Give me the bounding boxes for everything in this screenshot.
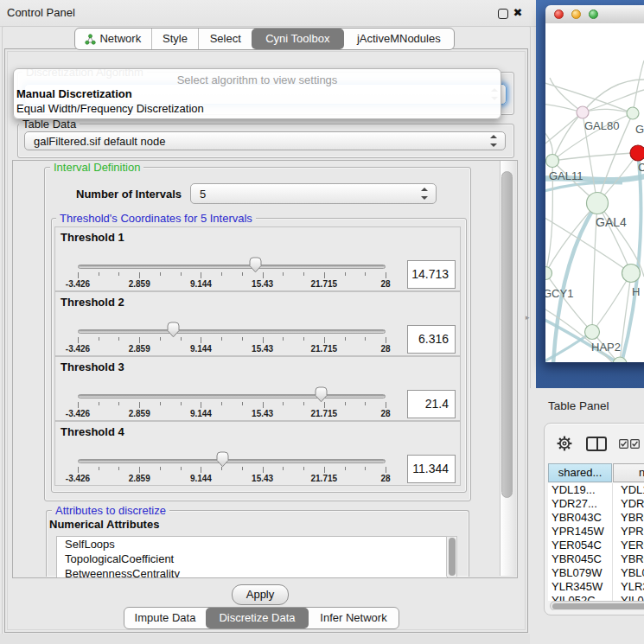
slider-tick xyxy=(263,402,264,408)
slider-tick-label: 15.43 xyxy=(252,344,273,354)
table-row[interactable]: YDL19...YDL1 xyxy=(548,483,644,497)
network-node-pink[interactable] xyxy=(577,106,589,118)
threshold-value-field[interactable]: 21.4 xyxy=(407,390,456,418)
threshold-slider-thumb[interactable] xyxy=(249,257,262,273)
apply-button[interactable]: Apply xyxy=(232,584,289,605)
node-table: shared... n YDL19...YDL1YDR27...YDR2YBR0… xyxy=(548,463,644,610)
tab-label: Discretize Data xyxy=(219,608,295,628)
algorithm-popup-item[interactable]: Equal Width/Frequency Discretization xyxy=(16,102,204,115)
network-canvas[interactable]: GAL80G.CGAL11GAL4GCY1HHAP2 xyxy=(545,23,644,362)
slider-tick xyxy=(242,467,243,470)
checkbox-icon[interactable] xyxy=(630,439,640,449)
tab-infer-network[interactable]: Infer Network xyxy=(309,608,399,628)
horizontal-scrollbar-thumb[interactable] xyxy=(552,603,644,609)
slider-tick xyxy=(242,337,243,341)
zoom-traffic-light-icon[interactable] xyxy=(589,10,598,19)
slider-tick xyxy=(181,402,182,405)
table-data-combo-value: galFiltered.sif default node xyxy=(34,132,165,150)
tab-cyni-toolbox[interactable]: Cyni Toolbox xyxy=(252,29,344,49)
slider-tick xyxy=(118,272,119,276)
vertical-scrollbar-thumb[interactable] xyxy=(501,171,513,498)
table-row[interactable]: YBR045CYBR0 xyxy=(548,552,644,566)
table-row[interactable]: YDR27...YDR2 xyxy=(548,497,644,511)
slider-tick-label: -3.426 xyxy=(66,409,90,418)
tab-select[interactable]: Select xyxy=(199,29,252,49)
tab-impute-data[interactable]: Impute Data xyxy=(124,608,206,628)
tab-discretize-data[interactable]: Discretize Data xyxy=(206,608,309,628)
split-pane-collapse-icon[interactable]: ▸ xyxy=(526,313,532,322)
slider-tick xyxy=(324,337,325,343)
table-row[interactable]: YBL079WYBL0 xyxy=(548,566,644,580)
control-panel: Control Panel ✖ NetworkStyleSelectCyni T… xyxy=(0,0,536,644)
network-node-hnode[interactable] xyxy=(622,265,641,283)
network-node-gal11[interactable] xyxy=(546,155,559,168)
attribute-list-item[interactable]: BetweennessCentrality xyxy=(57,566,447,577)
gear-icon[interactable] xyxy=(557,436,572,451)
network-node-gcy1[interactable] xyxy=(545,267,552,280)
slider-tick-label: 15.43 xyxy=(252,279,273,289)
slider-tick-label: 9.144 xyxy=(190,409,212,418)
threshold-slider-thumb[interactable] xyxy=(315,386,328,403)
slider-tick xyxy=(303,402,304,405)
table-row[interactable]: YER054CYER0 xyxy=(548,539,644,552)
attributes-list-scrollbar-thumb[interactable] xyxy=(449,538,456,576)
combo-arrows-icon xyxy=(490,135,498,147)
attributes-group-title: Attributes to discretize xyxy=(52,504,169,517)
slider-tick xyxy=(303,272,304,276)
threshold-slider-track[interactable] xyxy=(78,329,386,334)
network-window-titlebar[interactable] xyxy=(545,5,644,24)
algorithm-popup-item[interactable]: Manual Discretization xyxy=(16,87,132,100)
table-column-header-name[interactable]: n xyxy=(613,463,644,482)
split-table-icon[interactable] xyxy=(586,437,607,451)
close-traffic-light-icon[interactable] xyxy=(554,10,564,19)
float-window-icon[interactable] xyxy=(498,9,508,19)
minimize-traffic-light-icon[interactable] xyxy=(571,10,581,19)
threshold-label: Threshold 1 xyxy=(61,231,124,244)
slider-tick xyxy=(242,272,243,276)
attribute-list-item[interactable]: SelfLoops xyxy=(57,537,447,552)
attributes-list-scrollbar[interactable] xyxy=(446,536,457,577)
column-divider xyxy=(612,483,613,601)
table-cell-name: YDR2 xyxy=(621,497,644,511)
network-node-gal4[interactable] xyxy=(587,193,609,214)
tab-label: Infer Network xyxy=(320,608,386,628)
network-view-window[interactable]: GAL80G.CGAL11GAL4GCY1HHAP2 xyxy=(545,5,644,362)
threshold-slider-thumb[interactable] xyxy=(216,451,229,468)
table-cell-shared-name: YER054C xyxy=(552,539,602,552)
threshold-value-field[interactable]: 11.344 xyxy=(407,455,456,483)
table-cell-shared-name: YBR045C xyxy=(552,552,602,566)
horizontal-scrollbar[interactable] xyxy=(550,601,644,610)
tab-jactivemnodules[interactable]: jActiveMNodules xyxy=(344,29,454,49)
network-node-hap2[interactable] xyxy=(585,325,600,340)
checkbox-icon[interactable] xyxy=(619,439,628,449)
slider-tick-label: 2.859 xyxy=(129,409,150,418)
network-node-label: GAL11 xyxy=(549,169,583,182)
table-row[interactable]: YLR345WYLR3 xyxy=(548,580,644,594)
threshold-slider-track[interactable] xyxy=(78,265,386,269)
threshold-value-field[interactable]: 14.713 xyxy=(407,260,456,289)
table-data-combobox[interactable]: galFiltered.sif default node xyxy=(24,131,506,150)
table-column-header-shared-name[interactable]: shared... xyxy=(548,463,612,482)
table-row[interactable]: YPR145WYPR1 xyxy=(548,525,644,539)
threshold-slider-track[interactable] xyxy=(78,394,386,399)
tab-label: jActiveMNodules xyxy=(357,29,441,49)
numerical-attributes-list[interactable]: SelfLoopsTopologicalCoefficientBetweenne… xyxy=(56,536,448,577)
table-cell-shared-name: YBL079W xyxy=(552,566,603,580)
attribute-list-item[interactable]: TopologicalCoefficient xyxy=(57,552,447,566)
slider-tick xyxy=(345,467,346,470)
number-of-intervals-combobox[interactable]: 5 xyxy=(190,183,437,204)
tab-network[interactable]: Network xyxy=(75,29,151,49)
threshold-value-field[interactable]: 6.316 xyxy=(407,325,456,354)
network-node-gal80[interactable] xyxy=(627,107,639,119)
tab-style[interactable]: Style xyxy=(152,29,199,49)
close-icon[interactable]: ✖ xyxy=(511,3,525,23)
network-node-red[interactable] xyxy=(630,145,644,161)
slider-tick xyxy=(99,402,99,405)
threshold-slider-thumb[interactable] xyxy=(167,322,180,338)
algorithm-popup-header: Select algorithm to view settings xyxy=(14,73,501,86)
table-row[interactable]: YBR043CYBR0 xyxy=(548,511,644,525)
slider-tick-label: 15.43 xyxy=(252,474,273,483)
threshold-slider-track[interactable] xyxy=(78,459,386,463)
control-panel-tabs: NetworkStyleSelectCyni ToolboxjActiveMNo… xyxy=(74,28,455,50)
network-node-label: GAL4 xyxy=(596,215,627,229)
